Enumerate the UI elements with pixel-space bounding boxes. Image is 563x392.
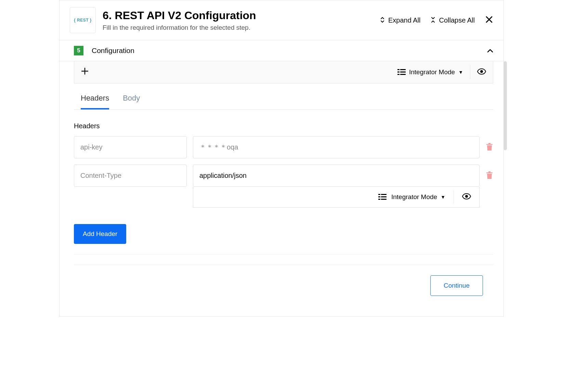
svg-rect-17	[488, 171, 490, 172]
page-header: { REST } 6. REST API V2 Configuration Fi…	[60, 0, 503, 40]
mode-label: Integrator Mode	[409, 68, 455, 76]
svg-rect-11	[378, 196, 380, 197]
expand-all-label: Expand All	[388, 16, 421, 24]
value-mode-selector[interactable]: Integrator Mode ▼	[391, 193, 445, 201]
eye-icon	[462, 193, 471, 199]
expand-all-icon	[380, 16, 385, 24]
scrollbar[interactable]	[503, 61, 507, 150]
svg-rect-16	[486, 172, 493, 173]
integrator-mode-icon	[378, 194, 387, 200]
svg-point-15	[465, 195, 468, 198]
close-button[interactable]	[485, 15, 493, 25]
header-row: Integrator Mode ▼	[74, 165, 493, 208]
header-row	[74, 136, 493, 158]
chevron-down-icon: ▼	[458, 69, 463, 75]
preview-button[interactable]	[477, 68, 486, 76]
svg-rect-13	[378, 199, 380, 200]
svg-rect-5	[400, 74, 406, 75]
delete-header-button[interactable]	[486, 142, 493, 153]
headers-section-label: Headers	[74, 122, 493, 130]
value-toolbar: Integrator Mode ▼	[193, 187, 480, 208]
step-number-badge: 5	[74, 46, 83, 55]
rest-badge-icon: { REST }	[70, 7, 96, 33]
config-toolbar: Integrator Mode ▼	[74, 61, 493, 83]
footer-actions: Continue	[74, 265, 493, 306]
tabs: Headers Body	[74, 83, 493, 110]
continue-button[interactable]: Continue	[430, 275, 483, 296]
svg-rect-12	[381, 196, 387, 197]
add-icon[interactable]	[81, 67, 89, 77]
svg-rect-2	[397, 71, 400, 73]
collapse-all-button[interactable]: Collapse All	[431, 16, 475, 24]
trash-icon	[486, 171, 493, 180]
eye-icon	[477, 68, 486, 75]
section-title: Configuration	[92, 47, 479, 55]
svg-rect-8	[488, 143, 490, 144]
collapse-all-label: Collapse All	[439, 16, 475, 24]
add-header-button[interactable]: Add Header	[74, 224, 126, 244]
svg-rect-10	[381, 194, 387, 195]
expand-all-button[interactable]: Expand All	[380, 16, 421, 24]
header-actions: Expand All Collapse All	[380, 15, 493, 25]
page-subtitle: Fill in the required information for the…	[103, 24, 373, 31]
svg-rect-7	[486, 144, 493, 145]
close-icon	[485, 15, 493, 24]
value-mode-label: Integrator Mode	[391, 193, 437, 201]
integrator-mode-icon	[397, 69, 406, 75]
section-body: Integrator Mode ▼ Headers Body Headers	[60, 61, 503, 316]
mode-selector[interactable]: Integrator Mode ▼	[397, 68, 463, 76]
collapse-all-icon	[431, 16, 435, 24]
rest-badge-text: { REST }	[74, 18, 92, 23]
section-header[interactable]: 5 Configuration	[60, 40, 503, 61]
tab-body[interactable]: Body	[123, 94, 140, 109]
svg-rect-9	[378, 194, 380, 195]
svg-rect-14	[381, 199, 387, 200]
svg-rect-3	[400, 71, 406, 73]
header-key-input[interactable]	[74, 136, 187, 158]
delete-header-button[interactable]	[486, 171, 493, 181]
svg-rect-0	[397, 69, 400, 70]
trash-icon	[486, 142, 493, 151]
tab-headers[interactable]: Headers	[81, 94, 109, 109]
chevron-up-icon	[487, 47, 493, 54]
svg-rect-1	[400, 69, 406, 70]
header-key-input[interactable]	[74, 165, 187, 187]
value-preview-button[interactable]	[462, 193, 471, 201]
header-value-input[interactable]	[193, 136, 480, 158]
page-title: 6. REST API V2 Configuration	[103, 9, 373, 22]
chevron-down-icon: ▼	[441, 194, 445, 200]
divider	[74, 254, 493, 254]
header-value-input[interactable]	[193, 165, 480, 187]
svg-rect-4	[397, 74, 400, 75]
header-titles: 6. REST API V2 Configuration Fill in the…	[103, 9, 373, 31]
svg-point-6	[480, 70, 483, 73]
